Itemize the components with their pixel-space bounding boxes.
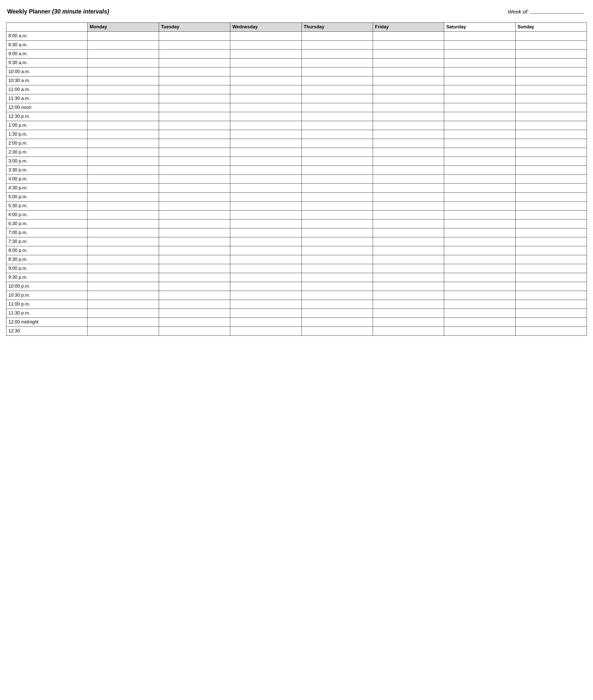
planner-cell[interactable] (302, 165, 373, 175)
planner-cell[interactable] (230, 246, 302, 255)
planner-cell[interactable] (444, 291, 515, 300)
planner-cell[interactable] (515, 67, 587, 76)
planner-cell[interactable] (444, 58, 515, 67)
planner-cell[interactable] (515, 282, 587, 291)
planner-cell[interactable] (87, 85, 159, 94)
planner-cell[interactable] (373, 112, 444, 121)
planner-cell[interactable] (302, 300, 373, 308)
planner-cell[interactable] (230, 103, 302, 112)
planner-cell[interactable] (373, 228, 444, 237)
planner-cell[interactable] (373, 139, 444, 148)
planner-cell[interactable] (230, 85, 302, 94)
planner-cell[interactable] (444, 121, 515, 130)
planner-cell[interactable] (87, 291, 159, 300)
planner-cell[interactable] (302, 210, 373, 219)
planner-cell[interactable] (515, 148, 587, 157)
week-of-input-line[interactable] (530, 8, 584, 13)
planner-cell[interactable] (159, 76, 230, 85)
planner-cell[interactable] (515, 327, 587, 335)
planner-cell[interactable] (230, 308, 302, 318)
planner-cell[interactable] (230, 255, 302, 264)
planner-cell[interactable] (302, 112, 373, 121)
planner-cell[interactable] (87, 103, 159, 112)
planner-cell[interactable] (230, 40, 302, 49)
planner-cell[interactable] (444, 183, 515, 192)
planner-cell[interactable] (302, 228, 373, 237)
planner-cell[interactable] (159, 40, 230, 49)
planner-cell[interactable] (87, 94, 159, 103)
planner-cell[interactable] (444, 201, 515, 210)
planner-cell[interactable] (230, 157, 302, 165)
planner-cell[interactable] (302, 264, 373, 273)
planner-cell[interactable] (302, 255, 373, 264)
planner-cell[interactable] (87, 273, 159, 282)
planner-cell[interactable] (515, 228, 587, 237)
planner-cell[interactable] (159, 228, 230, 237)
planner-cell[interactable] (515, 49, 587, 58)
planner-cell[interactable] (302, 49, 373, 58)
planner-cell[interactable] (373, 121, 444, 130)
planner-cell[interactable] (444, 40, 515, 49)
planner-cell[interactable] (373, 237, 444, 246)
planner-cell[interactable] (159, 165, 230, 175)
planner-cell[interactable] (515, 201, 587, 210)
planner-cell[interactable] (302, 121, 373, 130)
planner-cell[interactable] (230, 300, 302, 308)
planner-cell[interactable] (230, 148, 302, 157)
planner-cell[interactable] (159, 130, 230, 139)
planner-cell[interactable] (159, 192, 230, 201)
planner-cell[interactable] (159, 112, 230, 121)
planner-cell[interactable] (515, 219, 587, 228)
planner-cell[interactable] (444, 175, 515, 183)
planner-cell[interactable] (373, 264, 444, 273)
planner-cell[interactable] (515, 85, 587, 94)
planner-cell[interactable] (373, 318, 444, 327)
planner-cell[interactable] (87, 31, 159, 40)
planner-cell[interactable] (444, 237, 515, 246)
planner-cell[interactable] (230, 318, 302, 327)
planner-cell[interactable] (515, 121, 587, 130)
planner-cell[interactable] (159, 300, 230, 308)
planner-cell[interactable] (444, 130, 515, 139)
planner-cell[interactable] (515, 308, 587, 318)
planner-cell[interactable] (159, 219, 230, 228)
planner-cell[interactable] (302, 318, 373, 327)
planner-cell[interactable] (230, 31, 302, 40)
planner-cell[interactable] (373, 201, 444, 210)
planner-cell[interactable] (373, 308, 444, 318)
planner-cell[interactable] (444, 308, 515, 318)
planner-cell[interactable] (159, 246, 230, 255)
planner-cell[interactable] (302, 291, 373, 300)
planner-cell[interactable] (87, 318, 159, 327)
planner-cell[interactable] (159, 31, 230, 40)
planner-cell[interactable] (230, 175, 302, 183)
planner-cell[interactable] (159, 318, 230, 327)
planner-cell[interactable] (444, 148, 515, 157)
planner-cell[interactable] (230, 112, 302, 121)
planner-cell[interactable] (159, 139, 230, 148)
planner-cell[interactable] (159, 121, 230, 130)
planner-cell[interactable] (373, 157, 444, 165)
planner-cell[interactable] (230, 121, 302, 130)
planner-cell[interactable] (302, 139, 373, 148)
planner-cell[interactable] (444, 255, 515, 264)
planner-cell[interactable] (159, 94, 230, 103)
planner-cell[interactable] (515, 183, 587, 192)
planner-cell[interactable] (444, 282, 515, 291)
planner-cell[interactable] (515, 139, 587, 148)
planner-cell[interactable] (230, 291, 302, 300)
planner-cell[interactable] (515, 165, 587, 175)
planner-cell[interactable] (230, 273, 302, 282)
planner-cell[interactable] (87, 67, 159, 76)
planner-cell[interactable] (230, 264, 302, 273)
planner-cell[interactable] (87, 183, 159, 192)
planner-cell[interactable] (373, 103, 444, 112)
planner-cell[interactable] (87, 175, 159, 183)
planner-cell[interactable] (87, 255, 159, 264)
planner-cell[interactable] (444, 318, 515, 327)
planner-cell[interactable] (302, 183, 373, 192)
planner-cell[interactable] (515, 175, 587, 183)
planner-cell[interactable] (515, 264, 587, 273)
planner-cell[interactable] (515, 40, 587, 49)
planner-cell[interactable] (373, 255, 444, 264)
